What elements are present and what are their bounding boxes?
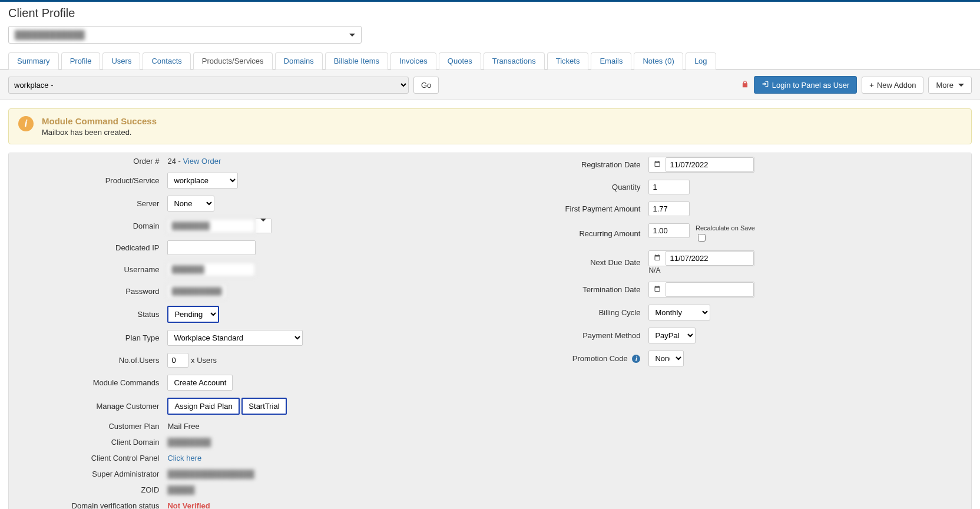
payment-method-select[interactable]: PayPal [648, 328, 696, 343]
tab-tickets[interactable]: Tickets [547, 52, 589, 70]
alert-message: Mailbox has been created. [42, 128, 157, 137]
customer-plan-value: Mail Free [163, 418, 490, 434]
client-selector[interactable]: ████████████ [8, 26, 362, 44]
recalc-label: Recalculate on Save [696, 224, 755, 232]
domain-verif-value: Not Verified [167, 501, 210, 509]
no-users-label: No.of.Users [9, 349, 163, 371]
page-title: Client Profile [0, 2, 980, 26]
tab-notes[interactable]: Notes (0) [634, 52, 683, 70]
more-label: More [936, 81, 953, 90]
status-select[interactable]: Pending [167, 306, 219, 323]
login-as-user-button[interactable]: Login to Panel as User [754, 76, 858, 94]
customer-plan-label: Customer Plan [9, 418, 163, 434]
info-icon: i [632, 355, 640, 363]
more-dropdown[interactable]: More [928, 77, 972, 94]
first-payment-input[interactable] [648, 201, 690, 216]
password-input[interactable] [167, 284, 226, 299]
go-button[interactable]: Go [413, 77, 439, 94]
service-selector[interactable]: workplace - [8, 77, 409, 94]
tab-contacts[interactable]: Contacts [143, 52, 190, 70]
super-admin-label: Super Administrator [9, 466, 163, 482]
recalc-checkbox[interactable] [698, 234, 706, 242]
server-label: Server [9, 192, 163, 215]
order-number: 24 [167, 157, 176, 166]
login-icon [762, 80, 769, 90]
chevron-down-icon [958, 84, 964, 87]
domain-verif-label: Domain verification status [9, 498, 163, 509]
lock-icon [741, 80, 749, 90]
new-addon-label: New Addon [877, 81, 916, 90]
password-label: Password [9, 280, 163, 302]
manage-customer-label: Manage Customer [9, 394, 163, 418]
next-due-label: Next Due Date [490, 247, 644, 278]
alert-title: Module Command Success [42, 116, 157, 126]
client-selector-value: ████████████ [15, 30, 85, 39]
tab-users[interactable]: Users [102, 52, 140, 70]
recurring-input[interactable] [648, 223, 690, 238]
recurring-label: Recurring Amount [490, 220, 644, 247]
no-users-suffix: x Users [191, 356, 217, 365]
tabs-nav: SummaryProfileUsersContactsProducts/Serv… [0, 52, 980, 70]
next-due-note: N/A [648, 266, 966, 275]
next-due-input[interactable] [666, 251, 754, 266]
tab-quotes[interactable]: Quotes [439, 52, 481, 70]
termination-input[interactable] [666, 282, 754, 297]
promo-code-select[interactable]: None [648, 351, 684, 366]
username-input[interactable] [167, 262, 256, 277]
tab-products[interactable]: Products/Services [193, 52, 273, 70]
domain-dropdown-toggle[interactable] [256, 219, 272, 233]
next-due-input-wrap[interactable] [648, 250, 754, 266]
plan-type-select[interactable]: Workplace Standard [167, 330, 303, 346]
termination-input-wrap[interactable] [648, 282, 754, 298]
zoid-label: ZOID [9, 482, 163, 498]
chevron-down-icon [349, 34, 355, 37]
no-users-input[interactable] [167, 353, 188, 368]
login-as-user-label: Login to Panel as User [772, 81, 850, 90]
username-label: Username [9, 259, 163, 280]
billing-cycle-label: Billing Cycle [490, 301, 644, 324]
dedicated-ip-label: Dedicated IP [9, 237, 163, 259]
product-service-select[interactable]: workplace [167, 173, 238, 189]
client-domain-value: ████████ [167, 438, 211, 447]
tab-billable[interactable]: Billable Items [325, 52, 388, 70]
tab-emails[interactable]: Emails [591, 52, 631, 70]
tab-transactions[interactable]: Transactions [484, 52, 545, 70]
payment-method-label: Payment Method [490, 324, 644, 347]
tab-invoices[interactable]: Invoices [390, 52, 436, 70]
termination-label: Termination Date [490, 278, 644, 301]
tab-profile[interactable]: Profile [61, 52, 101, 70]
reg-date-input[interactable] [666, 157, 754, 172]
tab-log[interactable]: Log [686, 52, 716, 70]
calendar-icon [649, 285, 666, 294]
start-trial-button[interactable]: StartTrial [241, 398, 286, 415]
new-addon-button[interactable]: + New Addon [862, 77, 923, 94]
plan-type-label: Plan Type [9, 326, 163, 349]
client-domain-label: Client Domain [9, 434, 163, 450]
dedicated-ip-input[interactable] [167, 240, 256, 255]
view-order-link[interactable]: View Order [183, 157, 221, 166]
order-label: Order # [9, 153, 163, 169]
reg-date-label: Registration Date [490, 153, 644, 176]
quantity-label: Quantity [490, 176, 644, 198]
super-admin-value: ████████████████ [167, 470, 254, 478]
quantity-input[interactable] [648, 180, 690, 194]
success-alert: i Module Command Success Mailbox has bee… [8, 108, 972, 144]
calendar-icon [649, 160, 666, 169]
server-select[interactable]: None [167, 196, 214, 211]
status-label: Status [9, 302, 163, 326]
module-commands-label: Module Commands [9, 371, 163, 394]
billing-cycle-select[interactable]: Monthly [648, 305, 710, 320]
assign-paid-plan-button[interactable]: Assign Paid Plan [167, 398, 239, 415]
chevron-down-icon [260, 219, 266, 230]
plus-icon: + [869, 81, 874, 90]
reg-date-input-wrap[interactable] [648, 157, 754, 173]
client-control-panel-label: Client Control Panel [9, 450, 163, 466]
create-account-button[interactable]: Create Account [167, 375, 233, 391]
client-control-panel-link[interactable]: Click here [167, 454, 201, 462]
domain-label: Domain [9, 215, 163, 237]
domain-input[interactable] [167, 219, 256, 233]
calendar-icon [649, 254, 666, 263]
tab-summary[interactable]: Summary [8, 52, 59, 70]
zoid-value: █████ [167, 485, 194, 494]
tab-domains[interactable]: Domains [275, 52, 323, 70]
